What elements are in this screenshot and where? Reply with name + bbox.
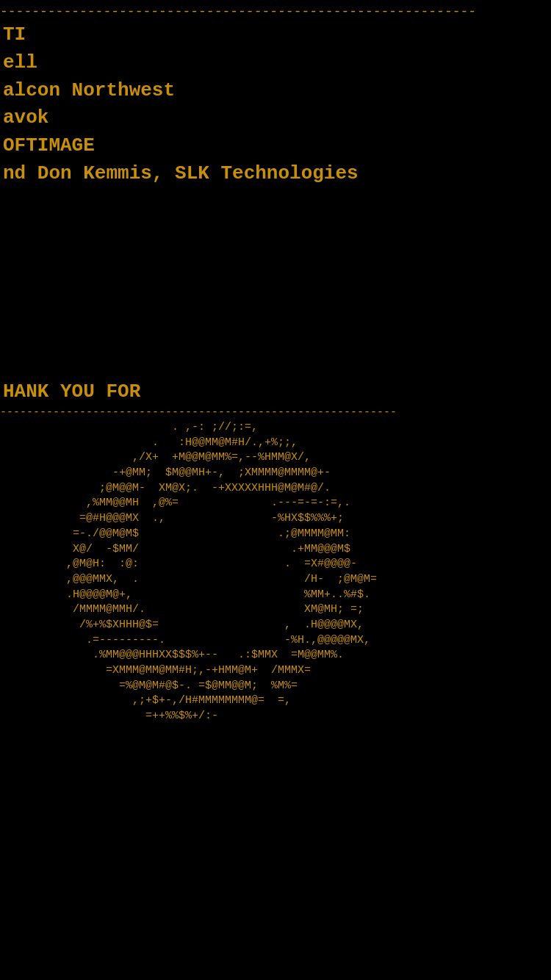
ascii-line-20: =++%%$%+/:- bbox=[0, 709, 551, 724]
ascii-line-3: ,/X+ +M@@M@MM%=,--%HMM@X/, bbox=[0, 450, 551, 466]
ascii-line-10: ,@M@H: :@: . =X#@@@@- bbox=[0, 557, 551, 572]
ascii-line-6: ,%MM@@MH ,@%= .---=-=-:=,. bbox=[0, 496, 551, 511]
line-4: avok bbox=[0, 104, 551, 132]
ascii-line-5: ;@M@@M- XM@X;. -+XXXXXHHH@M@M#@/. bbox=[0, 481, 551, 497]
ascii-line-17: =XMMM@MM@MM#H;,-+HMM@M+ /MMMX= bbox=[0, 663, 551, 679]
ascii-line-15: .=---------. -%H.,@@@@@MX, bbox=[0, 633, 551, 649]
line-5: OFTIMAGE bbox=[0, 132, 551, 160]
line-1: TI bbox=[0, 21, 551, 49]
ascii-line-19: ,;+$+-,/H#MMMMMMMM@= =, bbox=[0, 693, 551, 709]
ascii-line-12: .H@@@@M@+, %MM+..%#$. bbox=[0, 588, 551, 603]
ascii-line-14: /%+%$XHHH@$= , .H@@@@MX, bbox=[0, 618, 551, 633]
ascii-line-8: =-./@@M@M$ .;@MMMM@MM: bbox=[0, 527, 551, 542]
ascii-line-2: . :H@@MM@M#H/.,+%;;, bbox=[0, 436, 551, 451]
empty-space bbox=[0, 187, 551, 378]
ascii-line-11: ,@@@MMX, . /H- ;@M@M= bbox=[0, 572, 551, 588]
line-3: alcon Northwest bbox=[0, 77, 551, 105]
top-divider: ----------------------------------------… bbox=[0, 3, 551, 21]
ascii-line-7: =@#H@@@MX ., -%HX$$%%%+; bbox=[0, 511, 551, 527]
line-6: nd Don Kemmis, SLK Technologies bbox=[0, 160, 551, 188]
ascii-line-1: . ,-: ;//;:=, bbox=[0, 420, 551, 436]
ascii-line-13: /MMMM@MMH/. XM@MH; =; bbox=[0, 602, 551, 618]
bottom-divider: ----------------------------------------… bbox=[0, 406, 551, 419]
top-section: ----------------------------------------… bbox=[0, 0, 551, 187]
ascii-line-18: =%@M@M#@$-. =$@MM@@M; %M%= bbox=[0, 679, 551, 694]
thank-you-text: HANK YOU FOR bbox=[0, 378, 551, 406]
ascii-line-4: -+@MM; $M@@MH+-, ;XMMMM@MMMM@+- bbox=[0, 466, 551, 481]
ascii-art: . ,-: ;//;:=, . :H@@MM@M#H/.,+%;;, ,/X+ … bbox=[0, 419, 551, 724]
ascii-line-9: X@/ -$MM/ .+MM@@@M$ bbox=[0, 542, 551, 558]
ascii-line-16: .%MM@@@HHHXX$$$%+-- .:$MMX =M@@MM%. bbox=[0, 648, 551, 663]
line-2: ell bbox=[0, 49, 551, 77]
main-screen: ----------------------------------------… bbox=[0, 0, 551, 980]
